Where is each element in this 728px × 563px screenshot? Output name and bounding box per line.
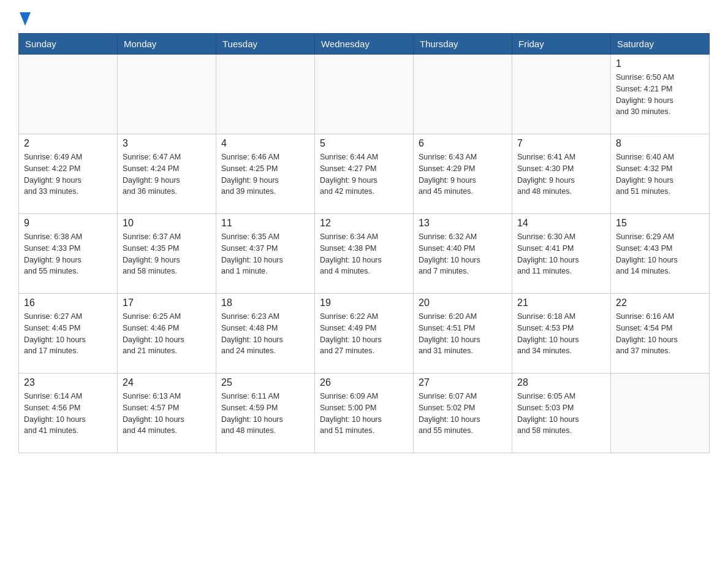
day-number: 28	[517, 377, 605, 388]
day-number: 7	[517, 138, 605, 149]
table-row: 25Sunrise: 6:11 AM Sunset: 4:59 PM Dayli…	[216, 373, 315, 453]
table-row: 5Sunrise: 6:44 AM Sunset: 4:27 PM Daylig…	[315, 134, 414, 214]
table-row: 22Sunrise: 6:16 AM Sunset: 4:54 PM Dayli…	[611, 294, 710, 373]
day-number: 9	[24, 218, 112, 229]
day-number: 1	[616, 58, 704, 69]
day-info: Sunrise: 6:23 AM Sunset: 4:48 PM Dayligh…	[221, 311, 309, 357]
table-row: 16Sunrise: 6:27 AM Sunset: 4:45 PM Dayli…	[19, 294, 118, 373]
table-row: 24Sunrise: 6:13 AM Sunset: 4:57 PM Dayli…	[118, 373, 216, 453]
day-info: Sunrise: 6:09 AM Sunset: 5:00 PM Dayligh…	[320, 391, 408, 437]
day-info: Sunrise: 6:05 AM Sunset: 5:03 PM Dayligh…	[517, 391, 605, 437]
day-info: Sunrise: 6:22 AM Sunset: 4:49 PM Dayligh…	[320, 311, 408, 357]
col-thursday: Thursday	[414, 34, 512, 55]
table-row: 20Sunrise: 6:20 AM Sunset: 4:51 PM Dayli…	[414, 294, 512, 373]
day-number: 3	[123, 138, 211, 149]
table-row: 19Sunrise: 6:22 AM Sunset: 4:49 PM Dayli…	[315, 294, 414, 373]
logo	[18, 12, 31, 23]
day-info: Sunrise: 6:49 AM Sunset: 4:22 PM Dayligh…	[24, 151, 112, 197]
table-row	[611, 373, 710, 453]
day-number: 18	[221, 297, 309, 308]
day-info: Sunrise: 6:43 AM Sunset: 4:29 PM Dayligh…	[419, 151, 507, 197]
calendar-table: Sunday Monday Tuesday Wednesday Thursday…	[18, 33, 710, 453]
day-info: Sunrise: 6:27 AM Sunset: 4:45 PM Dayligh…	[24, 311, 112, 357]
col-friday: Friday	[512, 34, 611, 55]
table-row: 13Sunrise: 6:32 AM Sunset: 4:40 PM Dayli…	[414, 214, 512, 294]
day-info: Sunrise: 6:30 AM Sunset: 4:41 PM Dayligh…	[517, 231, 605, 277]
table-row: 8Sunrise: 6:40 AM Sunset: 4:32 PM Daylig…	[611, 134, 710, 214]
day-info: Sunrise: 6:50 AM Sunset: 4:21 PM Dayligh…	[616, 72, 704, 118]
day-info: Sunrise: 6:32 AM Sunset: 4:40 PM Dayligh…	[419, 231, 507, 277]
table-row: 21Sunrise: 6:18 AM Sunset: 4:53 PM Dayli…	[512, 294, 611, 373]
table-row: 3Sunrise: 6:47 AM Sunset: 4:24 PM Daylig…	[118, 134, 216, 214]
table-row: 26Sunrise: 6:09 AM Sunset: 5:00 PM Dayli…	[315, 373, 414, 453]
table-row: 10Sunrise: 6:37 AM Sunset: 4:35 PM Dayli…	[118, 214, 216, 294]
calendar-week-row: 9Sunrise: 6:38 AM Sunset: 4:33 PM Daylig…	[19, 214, 710, 294]
col-sunday: Sunday	[19, 34, 118, 55]
table-row: 4Sunrise: 6:46 AM Sunset: 4:25 PM Daylig…	[216, 134, 315, 214]
table-row: 23Sunrise: 6:14 AM Sunset: 4:56 PM Dayli…	[19, 373, 118, 453]
day-number: 25	[221, 377, 309, 388]
day-info: Sunrise: 6:41 AM Sunset: 4:30 PM Dayligh…	[517, 151, 605, 197]
table-row: 2Sunrise: 6:49 AM Sunset: 4:22 PM Daylig…	[19, 134, 118, 214]
day-info: Sunrise: 6:46 AM Sunset: 4:25 PM Dayligh…	[221, 151, 309, 197]
day-info: Sunrise: 6:16 AM Sunset: 4:54 PM Dayligh…	[616, 311, 704, 357]
table-row: 6Sunrise: 6:43 AM Sunset: 4:29 PM Daylig…	[414, 134, 512, 214]
table-row	[118, 55, 216, 134]
day-info: Sunrise: 6:44 AM Sunset: 4:27 PM Dayligh…	[320, 151, 408, 197]
day-number: 23	[24, 377, 112, 388]
day-number: 4	[221, 138, 309, 149]
col-monday: Monday	[118, 34, 216, 55]
day-number: 16	[24, 297, 112, 308]
table-row: 27Sunrise: 6:07 AM Sunset: 5:02 PM Dayli…	[414, 373, 512, 453]
table-row: 9Sunrise: 6:38 AM Sunset: 4:33 PM Daylig…	[19, 214, 118, 294]
day-info: Sunrise: 6:13 AM Sunset: 4:57 PM Dayligh…	[123, 391, 211, 437]
day-number: 15	[616, 218, 704, 229]
table-row: 12Sunrise: 6:34 AM Sunset: 4:38 PM Dayli…	[315, 214, 414, 294]
day-number: 21	[517, 297, 605, 308]
day-number: 22	[616, 297, 704, 308]
day-info: Sunrise: 6:35 AM Sunset: 4:37 PM Dayligh…	[221, 231, 309, 277]
table-row	[414, 55, 512, 134]
table-row: 28Sunrise: 6:05 AM Sunset: 5:03 PM Dayli…	[512, 373, 611, 453]
table-row: 15Sunrise: 6:29 AM Sunset: 4:43 PM Dayli…	[611, 214, 710, 294]
day-info: Sunrise: 6:40 AM Sunset: 4:32 PM Dayligh…	[616, 151, 704, 197]
day-number: 5	[320, 138, 408, 149]
table-row	[315, 55, 414, 134]
calendar-week-row: 1Sunrise: 6:50 AM Sunset: 4:21 PM Daylig…	[19, 55, 710, 134]
svg-marker-0	[20, 12, 31, 26]
day-number: 14	[517, 218, 605, 229]
col-tuesday: Tuesday	[216, 34, 315, 55]
day-number: 12	[320, 218, 408, 229]
day-number: 24	[123, 377, 211, 388]
day-number: 10	[123, 218, 211, 229]
calendar-week-row: 23Sunrise: 6:14 AM Sunset: 4:56 PM Dayli…	[19, 373, 710, 453]
day-number: 2	[24, 138, 112, 149]
day-number: 6	[419, 138, 507, 149]
col-wednesday: Wednesday	[315, 34, 414, 55]
page-header	[18, 12, 710, 23]
day-info: Sunrise: 6:25 AM Sunset: 4:46 PM Dayligh…	[123, 311, 211, 357]
table-row	[512, 55, 611, 134]
calendar-header-row: Sunday Monday Tuesday Wednesday Thursday…	[19, 34, 710, 55]
day-number: 8	[616, 138, 704, 149]
table-row: 1Sunrise: 6:50 AM Sunset: 4:21 PM Daylig…	[611, 55, 710, 134]
day-info: Sunrise: 6:20 AM Sunset: 4:51 PM Dayligh…	[419, 311, 507, 357]
day-number: 26	[320, 377, 408, 388]
day-number: 13	[419, 218, 507, 229]
table-row	[19, 55, 118, 134]
table-row: 7Sunrise: 6:41 AM Sunset: 4:30 PM Daylig…	[512, 134, 611, 214]
logo-triangle-icon	[20, 12, 31, 26]
day-info: Sunrise: 6:38 AM Sunset: 4:33 PM Dayligh…	[24, 231, 112, 277]
day-info: Sunrise: 6:34 AM Sunset: 4:38 PM Dayligh…	[320, 231, 408, 277]
day-info: Sunrise: 6:14 AM Sunset: 4:56 PM Dayligh…	[24, 391, 112, 437]
table-row: 11Sunrise: 6:35 AM Sunset: 4:37 PM Dayli…	[216, 214, 315, 294]
calendar-week-row: 2Sunrise: 6:49 AM Sunset: 4:22 PM Daylig…	[19, 134, 710, 214]
day-number: 19	[320, 297, 408, 308]
table-row	[216, 55, 315, 134]
day-info: Sunrise: 6:47 AM Sunset: 4:24 PM Dayligh…	[123, 151, 211, 197]
table-row: 14Sunrise: 6:30 AM Sunset: 4:41 PM Dayli…	[512, 214, 611, 294]
day-number: 27	[419, 377, 507, 388]
calendar-week-row: 16Sunrise: 6:27 AM Sunset: 4:45 PM Dayli…	[19, 294, 710, 373]
table-row: 18Sunrise: 6:23 AM Sunset: 4:48 PM Dayli…	[216, 294, 315, 373]
day-info: Sunrise: 6:18 AM Sunset: 4:53 PM Dayligh…	[517, 311, 605, 357]
